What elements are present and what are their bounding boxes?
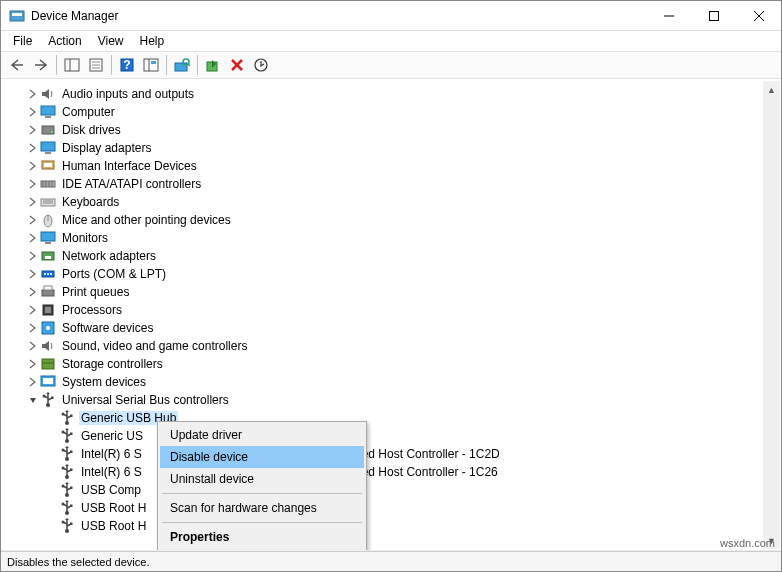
svg-rect-65 bbox=[51, 397, 54, 400]
menu-view[interactable]: View bbox=[90, 32, 132, 50]
app-icon bbox=[9, 8, 25, 24]
expand-icon[interactable] bbox=[27, 250, 39, 262]
svg-rect-42 bbox=[41, 232, 55, 241]
port-icon bbox=[40, 266, 56, 282]
scan-hardware-button[interactable] bbox=[170, 53, 194, 77]
svg-line-19 bbox=[188, 64, 190, 66]
uninstall-device-button[interactable] bbox=[249, 53, 273, 77]
svg-rect-45 bbox=[45, 256, 51, 259]
tree-node[interactable]: Keyboards bbox=[8, 193, 763, 211]
scroll-up-arrow[interactable]: ▲ bbox=[763, 81, 780, 98]
expand-icon[interactable] bbox=[27, 304, 39, 316]
device-tree[interactable]: Audio inputs and outputsComputerDisk dri… bbox=[2, 81, 763, 549]
svg-rect-50 bbox=[42, 290, 54, 296]
context-menu-item[interactable]: Disable device bbox=[160, 446, 364, 468]
tree-node[interactable]: Intel(R) 6 Sced Host Controller - 1C2D bbox=[8, 445, 763, 463]
svg-rect-31 bbox=[44, 163, 52, 167]
show-hide-tree-button[interactable] bbox=[60, 53, 84, 77]
toolbar-separator bbox=[56, 55, 57, 75]
expand-icon[interactable] bbox=[27, 88, 39, 100]
back-button[interactable] bbox=[5, 53, 29, 77]
context-menu-item[interactable]: Update driver bbox=[160, 424, 364, 446]
svg-rect-101 bbox=[70, 505, 73, 508]
no-expand bbox=[46, 502, 58, 514]
tree-node[interactable]: Software devices bbox=[8, 319, 763, 337]
tree-node[interactable]: Universal Serial Bus controllers bbox=[8, 391, 763, 409]
tree-node[interactable]: Ports (COM & LPT) bbox=[8, 265, 763, 283]
tree-node[interactable]: Audio inputs and outputs bbox=[8, 85, 763, 103]
expand-icon[interactable] bbox=[27, 196, 39, 208]
expand-icon[interactable] bbox=[27, 376, 39, 388]
expand-icon[interactable] bbox=[27, 286, 39, 298]
tree-node[interactable]: System devices bbox=[8, 373, 763, 391]
svg-text:?: ? bbox=[123, 58, 130, 72]
tree-node[interactable]: Mice and other pointing devices bbox=[8, 211, 763, 229]
disable-device-button[interactable] bbox=[225, 53, 249, 77]
tree-node[interactable]: Generic US bbox=[8, 427, 763, 445]
tree-node[interactable]: Network adapters bbox=[8, 247, 763, 265]
disk-icon bbox=[40, 122, 56, 138]
expand-icon[interactable] bbox=[27, 178, 39, 190]
menu-action[interactable]: Action bbox=[40, 32, 89, 50]
storage-icon bbox=[40, 356, 56, 372]
usb-icon bbox=[59, 464, 75, 480]
expand-icon[interactable] bbox=[27, 340, 39, 352]
expand-icon[interactable] bbox=[27, 142, 39, 154]
tree-node-label: Ports (COM & LPT) bbox=[60, 267, 168, 281]
expand-icon[interactable] bbox=[27, 322, 39, 334]
context-menu-item[interactable]: Uninstall device bbox=[160, 468, 364, 490]
properties-button[interactable] bbox=[84, 53, 108, 77]
collapse-icon[interactable] bbox=[27, 394, 39, 406]
no-expand bbox=[46, 520, 58, 532]
expand-icon[interactable] bbox=[27, 268, 39, 280]
minimize-button[interactable] bbox=[646, 1, 691, 30]
svg-rect-25 bbox=[45, 116, 51, 118]
window-title: Device Manager bbox=[31, 9, 646, 23]
tree-node[interactable]: Generic USB Hub bbox=[8, 409, 763, 427]
expand-icon[interactable] bbox=[27, 124, 39, 136]
tree-node-label: USB Comp bbox=[79, 483, 143, 497]
expand-icon[interactable] bbox=[27, 232, 39, 244]
tree-node[interactable]: Print queues bbox=[8, 283, 763, 301]
tree-node[interactable]: USB Comp bbox=[8, 481, 763, 499]
monitor-icon bbox=[40, 140, 56, 156]
tree-node[interactable]: Disk drives bbox=[8, 121, 763, 139]
svg-point-100 bbox=[62, 503, 65, 506]
menu-help[interactable]: Help bbox=[132, 32, 173, 50]
context-menu-item[interactable]: Properties bbox=[160, 526, 364, 548]
context-menu-item[interactable]: Scan for hardware changes bbox=[160, 497, 364, 519]
tree-node[interactable]: Display adapters bbox=[8, 139, 763, 157]
tree-node[interactable]: Sound, video and game controllers bbox=[8, 337, 763, 355]
tree-node[interactable]: Monitors bbox=[8, 229, 763, 247]
tree-node[interactable]: IDE ATA/ATAPI controllers bbox=[8, 175, 763, 193]
expand-icon[interactable] bbox=[27, 214, 39, 226]
expand-icon[interactable] bbox=[27, 160, 39, 172]
tree-node-label: Computer bbox=[60, 105, 117, 119]
vertical-scrollbar[interactable]: ▲ ▼ bbox=[763, 81, 780, 549]
svg-rect-89 bbox=[70, 469, 73, 472]
help-button[interactable]: ? bbox=[115, 53, 139, 77]
menu-file[interactable]: File bbox=[5, 32, 40, 50]
maximize-button[interactable] bbox=[691, 1, 736, 30]
tree-node[interactable]: Storage controllers bbox=[8, 355, 763, 373]
svg-point-47 bbox=[44, 273, 46, 275]
context-menu-divider bbox=[162, 522, 362, 523]
show-hidden-button[interactable] bbox=[139, 53, 163, 77]
expand-icon[interactable] bbox=[27, 358, 39, 370]
svg-point-106 bbox=[62, 521, 65, 524]
tree-node[interactable]: Intel(R) 6 Sced Host Controller - 1C26 bbox=[8, 463, 763, 481]
forward-button[interactable] bbox=[29, 53, 53, 77]
tree-node-label: Keyboards bbox=[60, 195, 121, 209]
tree-node[interactable]: Computer bbox=[8, 103, 763, 121]
tree-node[interactable]: Human Interface Devices bbox=[8, 157, 763, 175]
tree-node[interactable]: USB Root H bbox=[8, 517, 763, 535]
expand-icon[interactable] bbox=[27, 106, 39, 118]
enable-device-button[interactable] bbox=[201, 53, 225, 77]
svg-rect-16 bbox=[151, 61, 156, 64]
svg-point-49 bbox=[50, 273, 52, 275]
close-button[interactable] bbox=[736, 1, 781, 30]
tree-node[interactable]: USB Root H bbox=[8, 499, 763, 517]
svg-rect-3 bbox=[709, 11, 718, 20]
tree-node[interactable]: Processors bbox=[8, 301, 763, 319]
svg-rect-51 bbox=[44, 286, 52, 290]
